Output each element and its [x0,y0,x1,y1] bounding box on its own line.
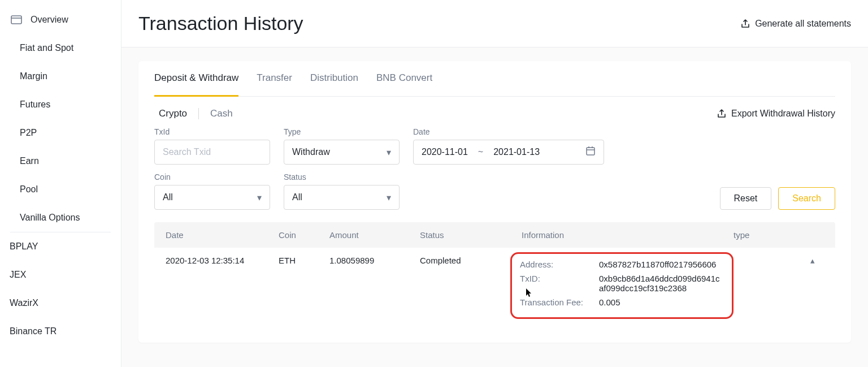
type-label: Type [284,127,400,136]
date-label: Date [413,127,604,136]
divider [198,108,199,119]
date-range-picker[interactable]: 2020-11-01 ~ 2021-01-13 [413,140,604,165]
svg-rect-2 [587,148,594,155]
export-icon [740,19,750,29]
th-status: Status [420,230,522,240]
sidebar-label: Vanilla Options [20,213,80,223]
fee-label: Transaction Fee: [520,297,599,307]
txid-label: TxId [154,127,270,136]
subtab-crypto[interactable]: Crypto [154,108,192,119]
sidebar-item-margin[interactable]: Margin [10,62,101,90]
th-expand [801,230,824,240]
cell-amount: 1.08059899 [329,256,420,265]
th-coin: Coin [279,230,329,240]
generate-statements-link[interactable]: Generate all statements [740,19,851,29]
reset-button[interactable]: Reset [720,187,772,210]
status-value: All [292,192,302,202]
date-to: 2021-01-13 [493,147,540,157]
sidebar: Overview Fiat and Spot Margin Futures P2… [0,0,121,367]
sidebar-label: JEX [10,270,26,280]
sidebar-item-vanilla-options[interactable]: Vanilla Options [10,204,101,232]
sidebar-item-p2p[interactable]: P2P [10,119,101,147]
date-from: 2020-11-01 [422,147,468,157]
tilde: ~ [478,147,483,157]
chevron-down-icon: ▾ [387,147,391,158]
page-title: Transaction History [138,12,303,34]
wallet-icon [10,15,23,25]
type-select[interactable]: Withdraw ▾ [284,140,400,165]
filter-txid: TxId [154,127,270,165]
subtabs: Crypto Cash [154,108,237,119]
sidebar-label: WazirX [10,298,38,308]
filter-buttons: Reset Search [720,187,836,210]
header: Transaction History Generate all stateme… [121,0,868,48]
generate-label: Generate all statements [755,19,851,29]
sidebar-label: Overview [31,15,68,25]
tab-transfer[interactable]: Transfer [257,61,292,96]
txid-value: 0xb9cb86d1a46ddcd099d6941caf099dcc19cf31… [599,274,723,293]
tab-bnb-convert[interactable]: BNB Convert [376,61,432,96]
calendar-icon [585,146,596,158]
txid-label: TxID: [520,274,599,293]
cell-status: Completed [420,256,522,265]
filter-date: Date 2020-11-01 ~ 2021-01-13 [413,127,604,165]
sidebar-item-jex[interactable]: JEX [0,261,111,289]
export-withdrawal-link[interactable]: Export Withdrawal History [717,109,835,119]
search-button[interactable]: Search [778,187,835,210]
sidebar-label: BPLAY [10,241,38,252]
coin-value: All [163,192,173,202]
tab-deposit-withdraw[interactable]: Deposit & Withdraw [154,61,238,97]
sidebar-item-wazirx[interactable]: WazirX [0,289,111,317]
address-label: Address: [520,260,599,269]
sidebar-item-binance-tr[interactable]: Binance TR [0,317,111,346]
txid-input[interactable] [154,140,270,165]
sidebar-item-overview[interactable]: Overview [0,6,111,34]
sidebar-item-bplay[interactable]: BPLAY [0,232,111,261]
table-row[interactable]: 2020-12-03 12:35:14 ETH 1.08059899 Compl… [154,248,835,327]
collapse-icon[interactable]: ▴ [801,256,824,266]
cell-info: Address: 0x587827b11870ff0217956606 TxID… [522,256,734,319]
content-area: Deposit & Withdraw Transfer Distribution… [121,48,868,367]
export-label: Export Withdrawal History [731,109,835,119]
sidebar-label: Binance TR [10,326,57,336]
fee-value: 0.005 [599,297,620,307]
card: Deposit & Withdraw Transfer Distribution… [138,61,851,343]
filter-coin: Coin All ▾ [154,172,270,210]
coin-select[interactable]: All ▾ [154,185,270,210]
tabs: Deposit & Withdraw Transfer Distribution… [154,61,835,97]
main-content: Transaction History Generate all stateme… [121,0,868,367]
sidebar-label: Pool [20,184,38,195]
filters-row1: TxId Type Withdraw ▾ Date 2020-11-01 ~ 2 [154,127,835,165]
chevron-down-icon: ▾ [257,192,262,203]
sidebar-label: Margin [20,71,47,81]
address-value: 0x587827b11870ff0217956606 [599,260,716,269]
filter-type: Type Withdraw ▾ [284,127,400,165]
sidebar-item-earn[interactable]: Earn [10,147,101,175]
table-header: Date Coin Amount Status Information type [154,222,835,248]
filter-status: Status All ▾ [284,172,400,210]
info-highlight-box: Address: 0x587827b11870ff0217956606 TxID… [510,252,734,319]
sidebar-label: Futures [20,100,50,110]
sidebar-label: Fiat and Spot [20,43,73,53]
filters-row2: Coin All ▾ Status All ▾ [154,172,835,210]
th-type: type [734,230,801,240]
chevron-down-icon: ▾ [387,192,391,203]
status-select[interactable]: All ▾ [284,185,400,210]
tab-distribution[interactable]: Distribution [310,61,358,96]
sidebar-item-fiat-spot[interactable]: Fiat and Spot [10,34,101,62]
th-date: Date [166,230,279,240]
sidebar-label: Earn [20,156,39,166]
subtab-cash[interactable]: Cash [206,108,237,119]
coin-label: Coin [154,172,270,182]
th-amount: Amount [329,230,420,240]
sidebar-item-futures[interactable]: Futures [10,90,101,119]
status-label: Status [284,172,400,182]
svg-rect-0 [11,16,21,24]
cell-date: 2020-12-03 12:35:14 [166,256,279,265]
export-icon [717,109,727,119]
subtabs-row: Crypto Cash Export Withdrawal History [154,97,835,124]
cell-coin: ETH [279,256,329,265]
th-info: Information [522,230,734,240]
sidebar-item-pool[interactable]: Pool [10,175,101,204]
transactions-table: Date Coin Amount Status Information type… [154,222,835,327]
